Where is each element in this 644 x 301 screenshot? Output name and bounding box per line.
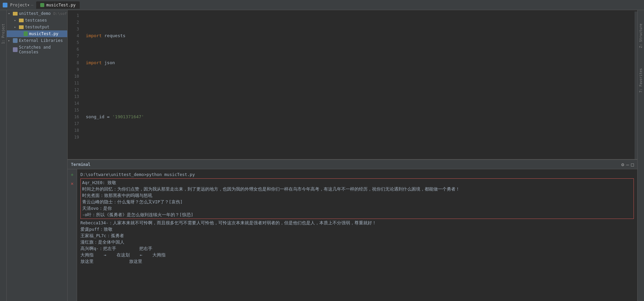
output-line-n2: 爱庞puff：致敬 — [80, 226, 634, 232]
main-area: 1: Project ▾ unittest_demo D:\softw... ▸… — [0, 10, 644, 301]
expand-arrow: ▸ — [8, 39, 11, 42]
fold-2 — [82, 59, 86, 66]
editor-area: 12345 678910 1112131415 16171819 import … — [68, 10, 637, 159]
code-lines[interactable]: import requests import json song_id — [82, 11, 635, 159]
sidebar-label-extlibs: External Libraries — [19, 38, 63, 43]
line-numbers: 12345 678910 1112131415 16171819 — [68, 11, 82, 159]
code-line-5 — [82, 141, 635, 147]
output-line-n1: Rebecca134-：人家本来就不可怜啊，而且很多乞丐不需要人可怜他，可怜这次… — [80, 220, 634, 226]
file-icon — [24, 31, 28, 36]
output-line-h5: 天清ovo：是你 — [82, 206, 112, 211]
fold-1 — [82, 32, 86, 39]
terminal-settings-btn[interactable]: ⚙ — [621, 162, 624, 167]
sidebar-item-scratches[interactable]: ▸ Scratches and Consoles — [7, 44, 67, 55]
expand-arrow: ▸ — [14, 19, 18, 22]
lib-icon — [13, 38, 18, 43]
editor-scrollbar[interactable] — [635, 11, 637, 159]
sidebar-label-testcases: testcases — [25, 18, 47, 23]
output-line-n3: 王家福_PL7c：孤勇者 — [80, 232, 634, 239]
code-line-2: import json — [82, 59, 635, 66]
terminal-kill-btn[interactable]: ✕ — [69, 180, 76, 187]
far-right-panel: Z: Structure 7: Favorites — [637, 10, 644, 301]
folder-icon — [13, 12, 18, 16]
terminal-controls: ⚙ – □ — [621, 162, 634, 167]
output-line-h2: 时间之外的回忆：为你们点赞，因为我从那里走出来，到了更远的地方，也因为我的外甥女… — [82, 186, 460, 192]
output-line-n5: 高兴啊q-：把左手 把右手 — [80, 245, 634, 252]
project-label[interactable]: Project▾ — [10, 3, 30, 7]
sidebar-label-unittest: unittest_demo — [19, 11, 51, 16]
code-line-3 — [82, 86, 635, 93]
code-line-4: song_id = '1901371647' — [82, 114, 635, 120]
terminal-close-btn[interactable]: – — [626, 162, 629, 167]
terminal-command: D:\software\unittest_demo>python musicTe… — [80, 172, 195, 177]
output-line-h1: Aqr_H2E0: 致敬 — [82, 180, 116, 185]
code-content: 12345 678910 1112131415 16171819 import … — [68, 10, 637, 159]
tab-file-icon — [40, 3, 44, 7]
sidebar-item-unittest_demo[interactable]: ▾ unittest_demo D:\softw... — [7, 10, 67, 17]
tab-label: musicTest.py — [46, 3, 76, 7]
terminal-title: Terminal — [71, 162, 91, 167]
sidebar-item-testoutput[interactable]: ▸ testoutput — [7, 24, 67, 30]
tab-musictest[interactable]: musicTest.py — [36, 1, 80, 9]
expand-arrow: ▸ — [14, 25, 18, 29]
terminal-highlighted-output: Aqr_H2E0: 致敬 时间之外的回忆：为你们点赞，因为我从那里走出来，到了更… — [80, 178, 634, 219]
bottom-panel: Terminal ⚙ – □ + ✕ D:\software\unittest_… — [68, 159, 637, 301]
title-bar: Project▾ – musicTest.py — [0, 0, 644, 10]
scratch-icon — [13, 47, 18, 52]
output-line-h6: -o叶：所以《孤勇者》是怎么做到连续火一年的？[惊恐] — [82, 212, 193, 217]
favorites-tab[interactable]: 7: Favorites — [639, 68, 643, 93]
terminal-body: + ✕ D:\software\unittest_demo>python mus… — [68, 169, 637, 301]
code-line-1: import requests — [82, 32, 635, 39]
title-sep: – — [31, 3, 33, 7]
far-left-panel: 1: Project — [0, 10, 7, 301]
title-bar-text: Project▾ – — [10, 3, 33, 7]
sidebar-item-ext-libs[interactable]: ▸ External Libraries — [7, 37, 67, 44]
terminal-header: Terminal ⚙ – □ — [68, 160, 637, 169]
structure-tab[interactable]: Z: Structure — [639, 24, 643, 48]
output-line-h3: 时光煮面：致那黑夜中的呜咽与怒吼 — [82, 193, 152, 198]
terminal-add-btn[interactable]: + — [69, 171, 76, 178]
sidebar-label-testoutput: testoutput — [25, 25, 49, 29]
output-line-n7: 放这里 放这里 — [80, 258, 634, 265]
folder-icon — [19, 19, 24, 22]
sidebar-item-testcases[interactable]: ▸ testcases — [7, 17, 67, 24]
terminal-maximize-btn[interactable]: □ — [631, 162, 634, 167]
sidebar-label-musictest: musicTest.py — [29, 31, 58, 36]
app-icon — [3, 3, 7, 7]
output-line-h4: 青云山峰的隐士：什么鬼呀？怎么又VIP了？[哀伤] — [82, 199, 183, 204]
tab-bar: musicTest.py — [36, 1, 80, 9]
terminal-sidebar: + ✕ — [68, 169, 77, 301]
folder-icon — [19, 25, 24, 29]
sidebar-label-scratches: Scratches and Consoles — [19, 45, 65, 54]
sidebar: ▾ unittest_demo D:\softw... ▸ testcases … — [7, 10, 68, 301]
expand-arrow: ▾ — [8, 12, 11, 15]
output-line-n6: 大拇指 → 在这划 ← 大拇指 — [80, 252, 634, 258]
output-line-n4: 漫红旗：是全体中国人 — [80, 239, 634, 245]
project-vtab[interactable]: 1: Project — [1, 24, 5, 44]
sidebar-item-musictest[interactable]: ▸ musicTest.py — [7, 30, 67, 37]
terminal-content[interactable]: D:\software\unittest_demo>python musicTe… — [77, 169, 637, 301]
